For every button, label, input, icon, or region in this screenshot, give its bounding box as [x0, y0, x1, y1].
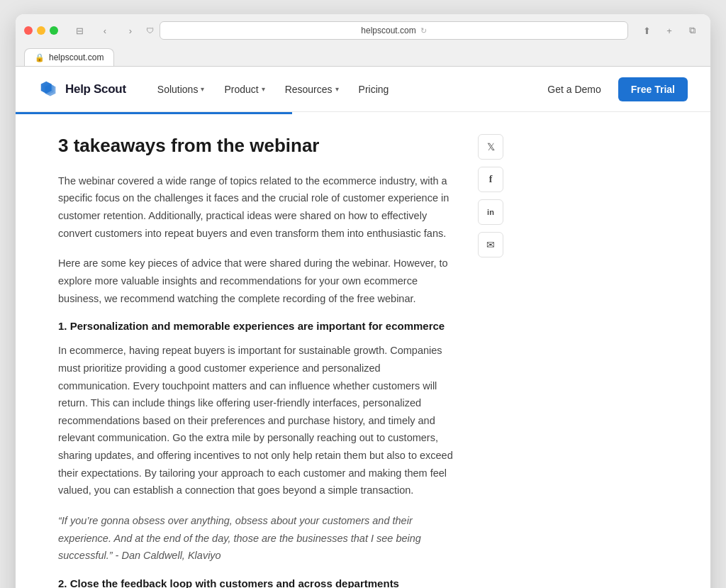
section1-body: In ecommerce, having repeat buyers is im…	[58, 342, 455, 499]
linkedin-share-button[interactable]: in	[478, 199, 503, 225]
close-button[interactable]	[24, 26, 33, 35]
main-content: 3 takeaways from the webinar The webinar…	[16, 114, 710, 588]
twitter-share-button[interactable]: 𝕏	[478, 134, 503, 160]
pricing-label: Pricing	[359, 84, 389, 95]
forward-button[interactable]: ›	[121, 22, 140, 39]
maximize-button[interactable]	[50, 26, 58, 35]
address-bar[interactable]: helpscout.com ↻	[160, 21, 628, 40]
get-demo-link[interactable]: Get a Demo	[539, 78, 609, 101]
solutions-chevron: ▾	[201, 85, 204, 93]
facebook-share-button[interactable]: f	[478, 167, 503, 192]
tab-favicon: 🔒	[35, 53, 45, 62]
section2-heading: 2. Close the feedback loop with customer…	[58, 577, 455, 588]
navbar: Help Scout Solutions ▾ Product ▾ Resourc…	[16, 67, 710, 112]
tab-title: helpscout.com	[49, 52, 104, 62]
logo-icon	[38, 79, 60, 100]
url-display: helpscout.com	[361, 26, 415, 35]
solutions-label: Solutions	[157, 84, 199, 95]
article-quote: “If you’re gonna obsess over anything, o…	[58, 512, 455, 565]
browser-action-icons: ⬆ + ⧉	[637, 22, 702, 39]
article-paragraph-2: Here are some key pieces of advice that …	[58, 255, 455, 307]
article-paragraph-1: The webinar covered a wide range of topi…	[58, 172, 455, 243]
traffic-lights	[24, 26, 58, 35]
new-tab-button[interactable]: +	[659, 22, 679, 39]
reload-icon[interactable]: ↻	[420, 26, 427, 35]
facebook-icon: f	[489, 174, 493, 185]
product-label: Product	[224, 84, 258, 95]
share-button[interactable]: ⬆	[637, 22, 657, 39]
nav-actions: Get a Demo Free Trial	[539, 77, 688, 101]
nav-links: Solutions ▾ Product ▾ Resources ▾ Pricin…	[149, 78, 539, 101]
linkedin-icon: in	[487, 208, 494, 216]
email-icon: ✉	[486, 239, 495, 250]
nav-pricing[interactable]: Pricing	[350, 78, 398, 101]
address-bar-container: 🛡 helpscout.com ↻	[146, 21, 628, 40]
logo-link[interactable]: Help Scout	[38, 79, 126, 100]
browser-controls: ⊟ ‹ › 🛡 helpscout.com ↻ ⬆ + ⧉	[24, 21, 702, 40]
logo-text: Help Scout	[65, 82, 126, 96]
resources-label: Resources	[285, 84, 333, 95]
article-body: 3 takeaways from the webinar The webinar…	[58, 114, 455, 588]
article-title: 3 takeaways from the webinar	[58, 134, 455, 158]
tabs-button[interactable]: ⧉	[682, 22, 702, 39]
section1-heading: 1. Personalization and memorable experie…	[58, 320, 455, 332]
minimize-button[interactable]	[37, 26, 45, 35]
free-trial-button[interactable]: Free Trial	[618, 77, 688, 101]
nav-resources[interactable]: Resources ▾	[277, 78, 347, 101]
email-share-button[interactable]: ✉	[478, 232, 503, 257]
browser-chrome: ⊟ ‹ › 🛡 helpscout.com ↻ ⬆ + ⧉ 🔒 helpscou…	[16, 14, 710, 67]
product-chevron: ▾	[262, 85, 265, 93]
nav-solutions[interactable]: Solutions ▾	[149, 78, 213, 101]
back-button[interactable]: ‹	[95, 22, 115, 39]
nav-product[interactable]: Product ▾	[216, 78, 273, 101]
social-sidebar: 𝕏 f in ✉	[455, 114, 503, 588]
browser-window: ⊟ ‹ › 🛡 helpscout.com ↻ ⬆ + ⧉ 🔒 helpscou…	[16, 14, 710, 588]
website-content: Help Scout Solutions ▾ Product ▾ Resourc…	[16, 67, 710, 588]
resources-chevron: ▾	[335, 85, 339, 93]
tab-bar: 🔒 helpscout.com	[24, 45, 702, 66]
twitter-icon: 𝕏	[487, 141, 495, 152]
sidebar-toggle-button[interactable]: ⊟	[69, 22, 89, 39]
active-tab[interactable]: 🔒 helpscout.com	[24, 48, 114, 66]
shield-icon: 🛡	[146, 26, 154, 35]
